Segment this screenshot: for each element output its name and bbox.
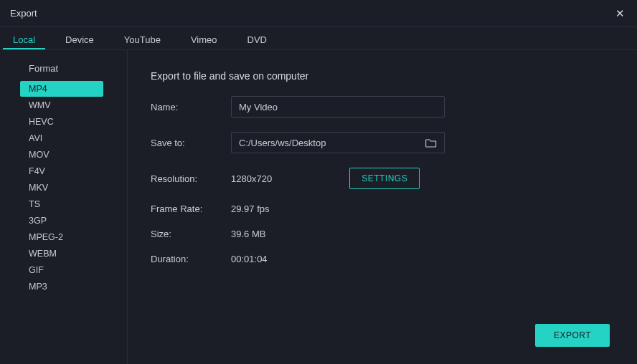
format-f4v[interactable]: F4V — [20, 163, 103, 179]
sidebar: Format MP4 WMV HEVC AVI MOV F4V MKV TS 3… — [0, 50, 128, 364]
row-resolution: Resolution: 1280x720 SETTINGS — [151, 168, 610, 189]
label-name: Name: — [151, 102, 231, 112]
titlebar: Export ✕ — [0, 0, 637, 27]
content: Format MP4 WMV HEVC AVI MOV F4V MKV TS 3… — [0, 50, 637, 364]
tab-vimeo[interactable]: Vimeo — [181, 29, 227, 49]
duration-value: 00:01:04 — [231, 254, 268, 264]
tab-device[interactable]: Device — [55, 29, 104, 49]
label-size: Size: — [151, 229, 231, 239]
name-input[interactable] — [231, 96, 445, 118]
row-name: Name: — [151, 96, 610, 118]
framerate-value: 29.97 fps — [231, 203, 270, 214]
label-saveto: Save to: — [151, 138, 231, 148]
row-duration: Duration: 00:01:04 — [151, 254, 610, 264]
format-wmv[interactable]: WMV — [20, 97, 103, 113]
label-framerate: Frame Rate: — [151, 203, 231, 214]
export-button[interactable]: EXPORT — [535, 324, 610, 347]
format-mov[interactable]: MOV — [20, 147, 103, 163]
row-framerate: Frame Rate: 29.97 fps — [151, 203, 610, 214]
label-duration: Duration: — [151, 254, 231, 264]
tabs: Local Device YouTube Vimeo DVD — [0, 27, 637, 50]
format-webm[interactable]: WEBM — [20, 246, 103, 262]
format-ts[interactable]: TS — [20, 196, 103, 212]
window-title: Export — [10, 8, 37, 19]
format-mp3[interactable]: MP3 — [20, 279, 103, 294]
format-mpeg2[interactable]: MPEG-2 — [20, 229, 103, 245]
format-mp4[interactable]: MP4 — [20, 81, 103, 97]
format-gif[interactable]: GIF — [20, 262, 103, 278]
row-size: Size: 39.6 MB — [151, 229, 610, 239]
folder-icon[interactable] — [425, 138, 437, 148]
close-icon[interactable]: ✕ — [613, 7, 627, 20]
row-saveto: Save to: C:/Users/ws/Desktop — [151, 132, 610, 153]
size-value: 39.6 MB — [231, 229, 265, 239]
label-resolution: Resolution: — [151, 173, 231, 184]
format-hevc[interactable]: HEVC — [20, 114, 103, 130]
format-list: MP4 WMV HEVC AVI MOV F4V MKV TS 3GP MPEG… — [20, 81, 117, 294]
settings-button[interactable]: SETTINGS — [349, 168, 420, 189]
tab-youtube[interactable]: YouTube — [114, 29, 171, 49]
format-mkv[interactable]: MKV — [20, 180, 103, 196]
format-3gp[interactable]: 3GP — [20, 213, 103, 229]
tab-local[interactable]: Local — [3, 29, 45, 49]
format-header: Format — [20, 63, 117, 74]
main-header: Export to file and save on computer — [151, 70, 610, 82]
tab-dvd[interactable]: DVD — [237, 29, 277, 49]
main-panel: Export to file and save on computer Name… — [128, 50, 637, 364]
saveto-box: C:/Users/ws/Desktop — [231, 132, 445, 153]
saveto-path: C:/Users/ws/Desktop — [239, 138, 326, 148]
resolution-value: 1280x720 — [231, 173, 272, 184]
format-avi[interactable]: AVI — [20, 130, 103, 146]
